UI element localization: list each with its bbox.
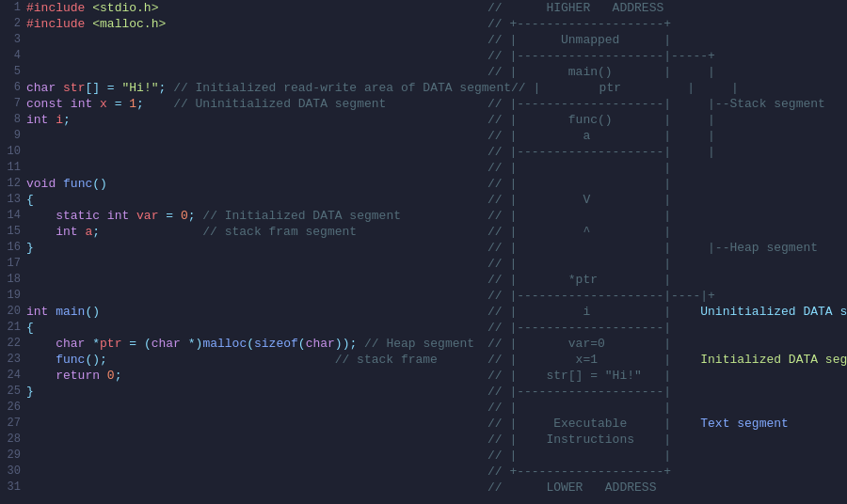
line-num-19: 19 [0,288,21,304]
comment-20: // | i | Uninitialized DATA segment [487,304,847,320]
code-text-22: char *ptr = (char *)malloc(sizeof(char))… [26,336,487,352]
code-line-27: // | Executable | Text segment [26,416,847,432]
line-num-16: 16 [0,240,21,256]
line-num-13: 13 [0,192,21,208]
code-line-14: static int var = 0; // Initialized DATA … [26,208,847,224]
code-editor: 1 2 3 4 5 6 7 8 9 10 11 12 13 14 15 16 1… [0,0,847,504]
comment-24: // | str[] = "Hi!" | [487,368,671,384]
code-line-5: // | main() | | [26,64,847,80]
comment-7: // |--------------------| |--Stack segme… [487,96,825,112]
code-text-13: { [26,192,487,208]
code-line-20: int main() // | i | Uninitialized DATA s… [26,304,847,320]
line-num-26: 26 [0,400,21,416]
comment-5: // | main() | | [487,64,715,80]
comment-27: // | Executable | Text segment [487,416,789,432]
comment-16: // | | |--Heap segment [487,240,818,256]
comment-8: // | func() | | [487,112,715,128]
code-line-16: } // | | |--Heap segment [26,240,847,256]
code-line-1: #include <stdio.h> // HIGHER ADDRESS [26,0,847,16]
code-text-21: { [26,320,487,336]
comment-28: // | Instructions | [487,432,671,448]
code-line-30: // +--------------------+ [26,464,847,480]
code-text-25: } [26,384,487,400]
line-num-21: 21 [0,320,21,336]
comment-18: // | *ptr | [487,272,671,288]
comment-12: // | | [487,176,671,192]
code-line-25: } // |--------------------| [26,384,847,400]
comment-4: // |--------------------|-----+ [487,48,715,64]
comment-15: // | ^ | [487,224,671,240]
comment-29: // | | [487,448,671,464]
code-line-21: { // |--------------------| [26,320,847,336]
code-line-19: // |--------------------|----|+ [26,288,847,304]
line-num-3: 3 [0,32,21,48]
line-num-25: 25 [0,384,21,400]
line-num-9: 9 [0,128,21,144]
comment-1: // HIGHER ADDRESS [487,0,663,16]
comment-23: // | x=1 | Initialized DATA segment [487,352,847,368]
line-num-20: 20 [0,304,21,320]
line-num-7: 7 [0,96,21,112]
code-text-12: void func() [26,176,487,192]
comment-11: // | | [487,160,671,176]
comment-10: // |--------------------| | [487,144,715,160]
line-num-4: 4 [0,48,21,64]
code-text-8: int i; [26,112,487,128]
line-num-28: 28 [0,432,21,448]
code-line-13: { // | V | [26,192,847,208]
code-line-15: int a; // stack fram segment // | ^ | [26,224,847,240]
code-text-24: return 0; [26,368,487,384]
line-num-2: 2 [0,16,21,32]
line-num-24: 24 [0,368,21,384]
line-num-11: 11 [0,160,21,176]
code-line-10: // |--------------------| | [26,144,847,160]
comment-21: // |--------------------| [487,320,671,336]
comment-30: // +--------------------+ [487,464,671,480]
code-line-29: // | | [26,448,847,464]
line-num-23: 23 [0,352,21,368]
code-line-11: // | | [26,160,847,176]
comment-25: // |--------------------| [487,384,671,400]
line-num-30: 30 [0,464,21,480]
code-area: #include <stdio.h> // HIGHER ADDRESS #in… [26,0,847,504]
code-line-17: // | | [26,256,847,272]
line-num-17: 17 [0,256,21,272]
code-line-22: char *ptr = (char *)malloc(sizeof(char))… [26,336,847,352]
line-num-14: 14 [0,208,21,224]
code-line-6: char str[] = "Hi!"; // Initialized read-… [26,80,847,96]
code-line-28: // | Instructions | [26,432,847,448]
line-numbers: 1 2 3 4 5 6 7 8 9 10 11 12 13 14 15 16 1… [0,0,26,504]
code-text-14: static int var = 0; // Initialized DATA … [26,208,487,224]
code-text-23: func(); // stack frame [26,352,487,368]
comment-26: // | | [487,400,671,416]
code-text-2: #include <malloc.h> [26,16,487,32]
comment-6: // | ptr | | [511,80,739,96]
comment-13: // | V | [487,192,671,208]
comment-14: // | | [487,208,671,224]
line-num-18: 18 [0,272,21,288]
code-text-15: int a; // stack fram segment [26,224,487,240]
comment-3: // | Unmapped | [487,32,671,48]
line-num-27: 27 [0,416,21,432]
line-num-22: 22 [0,336,21,352]
comment-2: // +--------------------+ [487,16,671,32]
code-text-6: char str[] = "Hi!"; // Initialized read-… [26,80,511,96]
code-line-8: int i; // | func() | | [26,112,847,128]
code-line-3: // | Unmapped | [26,32,847,48]
comment-19: // |--------------------|----|+ [487,288,715,304]
code-line-2: #include <malloc.h> // +----------------… [26,16,847,32]
code-line-26: // | | [26,400,847,416]
line-num-5: 5 [0,64,21,80]
code-line-24: return 0; // | str[] = "Hi!" | [26,368,847,384]
code-line-4: // |--------------------|-----+ [26,48,847,64]
line-num-10: 10 [0,144,21,160]
code-text-1: #include <stdio.h> [26,0,487,16]
code-text-20: int main() [26,304,487,320]
code-line-9: // | a | | [26,128,847,144]
code-text-16: } [26,240,487,256]
line-num-12: 12 [0,176,21,192]
comment-31: // LOWER ADDRESS [487,480,656,496]
code-line-23: func(); // stack frame // | x=1 | Initia… [26,352,847,368]
line-num-15: 15 [0,224,21,240]
code-line-7: const int x = 1; // Uninitialized DATA s… [26,96,847,112]
